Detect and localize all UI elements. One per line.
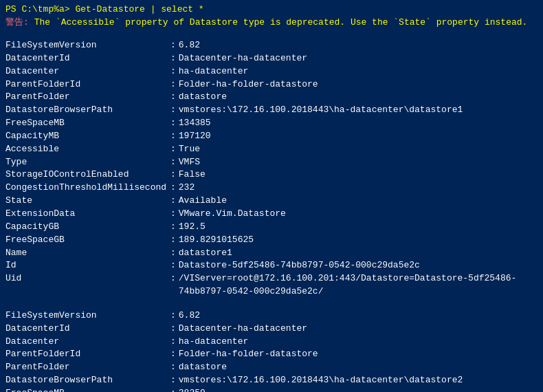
prop-name: ParentFolder xyxy=(5,361,170,374)
prop-row: CapacityGB: 192.5 xyxy=(5,221,538,234)
prop-value: 6.82 xyxy=(179,39,200,52)
prop-value: 38359 xyxy=(179,387,206,392)
prop-colon: : xyxy=(170,104,176,117)
prop-row: FileSystemVersion: 6.82 xyxy=(5,309,538,323)
prop-colon: : xyxy=(170,272,176,298)
prop-name: Accessible xyxy=(5,143,170,156)
prop-row: DatacenterId: Datacenter-ha-datacenter xyxy=(5,323,538,336)
prop-value: 232 xyxy=(179,182,195,195)
prop-value: VMware.Vim.Datastore xyxy=(179,208,286,221)
prop-colon: : xyxy=(170,195,176,208)
sections-container: FileSystemVersion: 6.82DatacenterId: Dat… xyxy=(5,34,538,392)
prop-row: FreeSpaceMB: 134385 xyxy=(5,117,538,130)
prop-name: State xyxy=(5,195,170,208)
prop-name: FileSystemVersion xyxy=(5,39,170,52)
prop-name: FreeSpaceMB xyxy=(5,117,170,130)
prompt-text: PS C:\tmp%a> Get-Datastore | select * xyxy=(5,4,204,14)
prop-colon: : xyxy=(170,65,176,78)
prop-name: Type xyxy=(5,156,170,169)
prop-colon: : xyxy=(170,182,176,195)
prop-value: 189.8291015625 xyxy=(179,234,254,247)
prop-value: Folder-ha-folder-datastore xyxy=(179,348,318,361)
prop-row: ExtensionData: VMware.Vim.Datastore xyxy=(5,208,538,221)
prop-row: Name: datastore1 xyxy=(5,247,538,260)
prop-colon: : xyxy=(170,156,176,169)
prop-row: DatastoreBrowserPath: vmstores:\172.16.1… xyxy=(5,104,538,117)
prop-colon: : xyxy=(170,387,176,392)
prop-value: vmstores:\172.16.100.2018443\ha-datacent… xyxy=(179,104,463,117)
prop-row: Datacenter: ha-datacenter xyxy=(5,336,538,349)
prop-name: CongestionThresholdMillisecond xyxy=(5,182,170,195)
prop-name: Id xyxy=(5,259,170,272)
prop-value: 192.5 xyxy=(179,221,206,234)
prop-colon: : xyxy=(170,168,176,182)
prop-name: DatacenterId xyxy=(5,52,170,65)
prop-value: 134385 xyxy=(179,117,211,130)
prop-row: ParentFolder: datastore xyxy=(5,361,538,374)
prop-value: datastore1 xyxy=(179,247,232,260)
prop-value: ha-datacenter xyxy=(179,65,248,78)
prop-row: Datacenter: ha-datacenter xyxy=(5,65,538,78)
prop-value: /VIServer=root@172.16.100.201:443/Datast… xyxy=(179,272,538,298)
prop-colon: : xyxy=(170,91,176,104)
prop-colon: : xyxy=(170,309,176,323)
prop-colon: : xyxy=(170,130,176,143)
prop-row: FileSystemVersion: 6.82 xyxy=(5,39,538,52)
warning-line: 警告: The `Accessible` property of Datasto… xyxy=(5,16,538,28)
prop-name: ParentFolder xyxy=(5,91,170,104)
prop-value: Datacenter-ha-datacenter xyxy=(179,52,307,65)
prop-row: Id: Datastore-5df25486-74bb8797-0542-000… xyxy=(5,259,538,272)
prop-name: CapacityMB xyxy=(5,130,170,143)
prop-name: CapacityGB xyxy=(5,221,170,234)
prop-name: Datacenter xyxy=(5,65,170,78)
prop-name: Datacenter xyxy=(5,336,170,349)
terminal: PS C:\tmp%a> Get-Datastore | select * 警告… xyxy=(0,0,543,392)
prop-colon: : xyxy=(170,247,176,260)
prop-name: DatacenterId xyxy=(5,323,170,336)
prop-value: Available xyxy=(179,195,227,208)
prop-name: DatastoreBrowserPath xyxy=(5,374,170,387)
prop-row: FreeSpaceMB: 38359 xyxy=(5,387,538,392)
prop-colon: : xyxy=(170,234,176,247)
prop-row: Accessible: True xyxy=(5,143,538,156)
prop-row: FreeSpaceGB: 189.8291015625 xyxy=(5,234,538,247)
section-0: FileSystemVersion: 6.82DatacenterId: Dat… xyxy=(5,39,538,298)
prop-value: 197120 xyxy=(179,130,211,143)
prop-row: Uid: /VIServer=root@172.16.100.201:443/D… xyxy=(5,272,538,298)
prop-colon: : xyxy=(170,52,176,65)
prop-name: FreeSpaceMB xyxy=(5,387,170,392)
prop-value: Datacenter-ha-datacenter xyxy=(179,323,307,336)
prop-colon: : xyxy=(170,143,176,156)
prop-row: ParentFolderId: Folder-ha-folder-datasto… xyxy=(5,348,538,361)
prop-value: ha-datacenter xyxy=(179,336,248,349)
prop-name: ExtensionData xyxy=(5,208,170,221)
prop-colon: : xyxy=(170,221,176,234)
prop-colon: : xyxy=(170,361,176,374)
prop-value: 6.82 xyxy=(179,309,200,323)
prop-colon: : xyxy=(170,117,176,130)
prop-name: Name xyxy=(5,247,170,260)
section-1: FileSystemVersion: 6.82DatacenterId: Dat… xyxy=(5,309,538,392)
prop-row: ParentFolderId: Folder-ha-folder-datasto… xyxy=(5,78,538,91)
warning-text: The `Accessible` property of Datastore t… xyxy=(34,17,528,28)
prop-name: ParentFolderId xyxy=(5,348,170,361)
prop-row: Type: VMFS xyxy=(5,156,538,169)
prop-row: DatacenterId: Datacenter-ha-datacenter xyxy=(5,52,538,65)
prop-value: VMFS xyxy=(179,156,200,169)
prop-value: vmstores:\172.16.100.2018443\ha-datacent… xyxy=(179,374,463,387)
prop-row: CapacityMB: 197120 xyxy=(5,130,538,143)
prop-value: False xyxy=(179,168,206,182)
prop-colon: : xyxy=(170,208,176,221)
prop-row: State: Available xyxy=(5,195,538,208)
prop-value: Datastore-5df25486-74bb8797-0542-000c29d… xyxy=(179,259,420,272)
prop-name: DatastoreBrowserPath xyxy=(5,104,170,117)
prompt-line: PS C:\tmp%a> Get-Datastore | select * xyxy=(5,4,538,14)
prop-name: FileSystemVersion xyxy=(5,309,170,323)
prop-name: FreeSpaceGB xyxy=(5,234,170,247)
prop-colon: : xyxy=(170,259,176,272)
prop-row: DatastoreBrowserPath: vmstores:\172.16.1… xyxy=(5,374,538,387)
prop-value: True xyxy=(179,143,200,156)
prop-colon: : xyxy=(170,78,176,91)
prop-name: ParentFolderId xyxy=(5,78,170,91)
prop-colon: : xyxy=(170,374,176,387)
